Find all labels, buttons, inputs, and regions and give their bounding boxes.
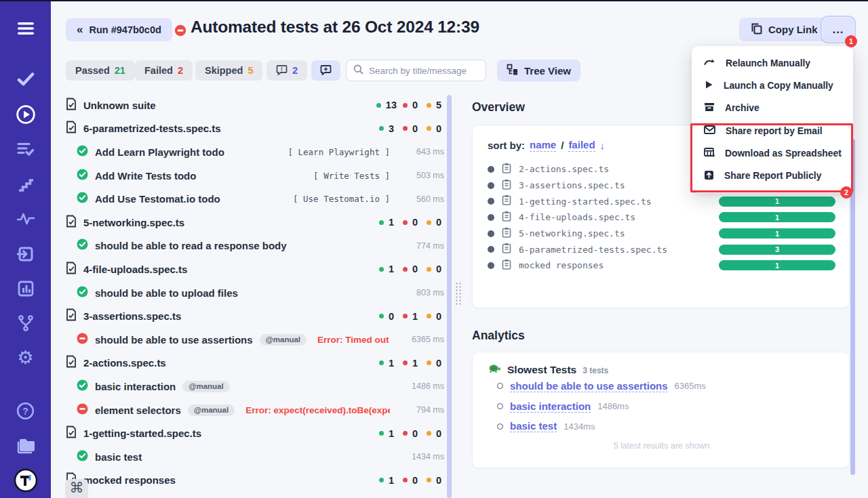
more-actions-menu: Relaunch Manually Launch a Copy Manually…	[692, 46, 853, 193]
failed-count: 2	[178, 65, 183, 76]
manual-tag-badge: @manual	[188, 404, 235, 416]
suite-row[interactable]: 3-assertions.spec.ts 010	[66, 304, 444, 328]
test-row[interactable]: basic test 1434 ms	[66, 445, 444, 469]
bullet-icon	[488, 198, 494, 205]
overview-suite-row[interactable]: 5-networking.spec.ts 1	[488, 226, 835, 242]
test-duration: 643 ms	[406, 147, 444, 157]
test-row[interactable]: element selectors @manual Error: expect(…	[66, 398, 444, 422]
menu-toggle-button[interactable]	[0, 11, 51, 45]
sidebar-item-runs-active[interactable]	[0, 97, 51, 131]
suite-name: 4-file-uploads.spec.ts	[83, 264, 187, 275]
sidebar-item-pulse[interactable]	[0, 201, 51, 236]
suite-failed-count: 0	[412, 264, 418, 274]
sort-by-name-link[interactable]: name	[530, 139, 556, 152]
hamburger-icon	[16, 21, 35, 36]
menu-item-share-email[interactable]: Share report by Email	[692, 120, 853, 142]
menu-item-download-spreadsheet[interactable]: Download as Spreadsheet	[692, 142, 853, 165]
left-panel-scrollbar[interactable]	[447, 95, 452, 498]
passed-count-bar: 1	[719, 260, 835, 270]
overview-suite-row[interactable]: 1-getting-started.spec.ts 1	[488, 193, 835, 209]
sidebar-item-branches[interactable]	[0, 306, 51, 341]
tree-view-button[interactable]: Tree View	[497, 60, 580, 81]
filter-passed-button[interactable]: Passed 21	[66, 60, 135, 81]
search-icon	[353, 64, 363, 77]
copy-link-button[interactable]: Copy Link	[739, 18, 829, 41]
sidebar-item-settings[interactable]: ⚙	[0, 341, 51, 375]
gear-icon: ⚙	[17, 349, 33, 367]
clipboard-icon	[502, 179, 511, 192]
sidebar-item-reports[interactable]	[0, 271, 51, 306]
sort-separator: /	[561, 140, 564, 151]
sidebar-item-tests[interactable]	[0, 62, 51, 96]
search-container	[346, 60, 486, 81]
passed-status-icon	[77, 450, 88, 464]
test-row[interactable]: should be able to use assertions @manual…	[66, 328, 444, 352]
suite-row[interactable]: 4-file-uploads.spec.ts 100	[66, 257, 444, 281]
suite-row[interactable]: mocked responses 100	[66, 469, 444, 493]
slow-test-row: basic test 1434ms	[488, 417, 835, 437]
menu-item-relaunch[interactable]: Relaunch Manually	[692, 52, 853, 75]
slow-test-link[interactable]: basic interaction	[510, 400, 591, 413]
search-input[interactable]	[369, 66, 489, 76]
filter-skipped-button[interactable]: Skipped 5	[195, 60, 262, 81]
panel-resize-handle[interactable]	[455, 282, 462, 305]
svg-text:?: ?	[22, 406, 28, 417]
add-comment-button[interactable]	[311, 60, 340, 81]
overview-suite-row[interactable]: mocked responses 1	[488, 257, 835, 274]
menu-item-label: Share Report Publicly	[724, 171, 821, 181]
suite-file-icon	[66, 121, 77, 136]
suite-row[interactable]: 2-actions.spec.ts 110	[66, 352, 444, 375]
passed-count-bar: 1	[719, 212, 835, 222]
slow-test-link[interactable]: basic test	[510, 420, 557, 432]
test-row[interactable]: should be able to upload files 803 ms	[66, 281, 444, 305]
suite-name: Unknown suite	[83, 100, 156, 111]
app-logo[interactable]	[0, 463, 51, 498]
suite-skipped-count: 5	[436, 100, 441, 110]
suite-file-icon	[66, 308, 77, 324]
suite-file-icon	[66, 355, 77, 371]
test-title: element selectors	[95, 404, 181, 416]
sort-direction-arrow[interactable]: ↓	[600, 140, 606, 151]
suite-skipped-count: 0	[436, 123, 441, 134]
suite-row[interactable]: Unknown suite 1305	[66, 94, 444, 117]
overview-suite-row[interactable]: 4-file-uploads.spec.ts 1	[488, 209, 835, 226]
run-id-label: Run #947b0c0d	[89, 24, 161, 35]
clipboard-icon	[502, 163, 511, 176]
suite-name: 5-networking.spec.ts	[83, 217, 184, 228]
menu-item-launch-copy[interactable]: Launch a Copy Manually	[692, 75, 853, 97]
sort-by-failed-link[interactable]: failed	[568, 139, 595, 152]
manual-tag-badge: @manual	[260, 334, 307, 346]
sidebar-item-test-plans[interactable]	[0, 131, 51, 166]
test-title: basic interaction	[95, 381, 176, 392]
test-row[interactable]: basic interaction @manual 1486 ms	[66, 375, 444, 398]
suite-row[interactable]: 6-parametrized-tests.spec.ts 300	[66, 117, 444, 141]
sidebar-item-import[interactable]	[0, 236, 51, 271]
passed-status-icon	[77, 192, 88, 206]
sidebar-item-milestones[interactable]	[0, 167, 51, 201]
pulse-icon	[17, 212, 35, 226]
play-circle-icon	[16, 104, 36, 125]
overview-suite-name: 2-actions.spec.ts	[519, 164, 609, 174]
clipboard-icon	[502, 259, 511, 272]
test-row[interactable]: should be able to read a response body 7…	[66, 234, 444, 258]
filter-comments-button[interactable]: ! 2	[267, 60, 307, 81]
test-error-message: Error: expect(received).toBe(expected) /…	[245, 405, 390, 415]
run-back-button[interactable]: « Run #947b0c0d	[66, 18, 172, 41]
sidebar-item-help[interactable]: ?	[0, 394, 51, 428]
slow-test-link[interactable]: should be able to use assertions	[510, 380, 668, 392]
suite-row[interactable]: 1-getting-started.spec.ts 100	[66, 421, 444, 445]
suite-row[interactable]: 5-networking.spec.ts 100	[66, 211, 444, 234]
test-duration: 803 ms	[406, 288, 444, 297]
sidebar-item-projects[interactable]	[0, 428, 51, 463]
test-row[interactable]: Add Use Testomat.io todo [ Use Testomat.…	[66, 187, 444, 211]
suite-file-icon	[66, 98, 77, 113]
filter-failed-button[interactable]: Failed 2	[135, 60, 193, 81]
test-row[interactable]: Add Write Tests todo [ Write Tests ] 503…	[66, 164, 444, 188]
test-duration: 774 ms	[406, 241, 444, 251]
overview-suite-name: 6-parametrized-tests.spec.ts	[519, 245, 667, 255]
test-row[interactable]: Add Learn Playwright todo [ Learn Playwr…	[66, 140, 444, 164]
test-duration: 6365 ms	[406, 335, 444, 344]
menu-item-archive[interactable]: Archive	[692, 97, 853, 119]
menu-item-share-publicly[interactable]: Share Report Publicly	[692, 165, 853, 187]
overview-suite-row[interactable]: 6-parametrized-tests.spec.ts 3	[488, 241, 835, 257]
